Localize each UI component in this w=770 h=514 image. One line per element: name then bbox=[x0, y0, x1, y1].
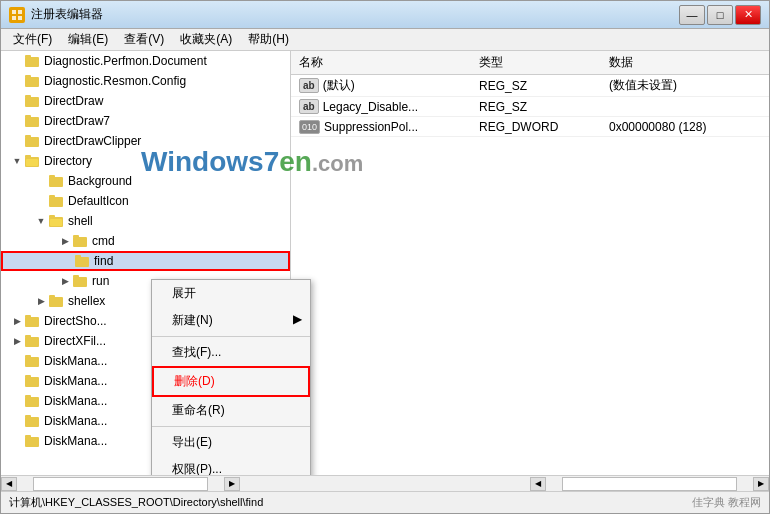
col-type: 类型 bbox=[471, 51, 601, 75]
folder-icon bbox=[73, 234, 89, 248]
svg-rect-15 bbox=[25, 155, 31, 158]
ctx-permissions[interactable]: 权限(P)... bbox=[152, 456, 310, 475]
svg-rect-28 bbox=[73, 277, 87, 287]
tree-node-directory[interactable]: ▼ Directory bbox=[1, 151, 290, 171]
ctx-expand[interactable]: 展开 bbox=[152, 280, 310, 307]
separator bbox=[152, 426, 310, 427]
maximize-button[interactable]: □ bbox=[707, 5, 733, 25]
svg-rect-43 bbox=[25, 415, 31, 418]
minimize-button[interactable]: — bbox=[679, 5, 705, 25]
node-label: DiskMana... bbox=[44, 354, 107, 368]
menu-item[interactable]: 文件(F) bbox=[5, 29, 60, 50]
expander-icon bbox=[33, 193, 49, 209]
node-label: Diagnostic.Resmon.Config bbox=[44, 74, 186, 88]
expander-icon bbox=[9, 353, 25, 369]
ctx-rename[interactable]: 重命名(R) bbox=[152, 397, 310, 424]
submenu-arrow: ▶ bbox=[293, 312, 302, 326]
menu-item[interactable]: 帮助(H) bbox=[240, 29, 297, 50]
node-label: DiskMana... bbox=[44, 414, 107, 428]
table-row: ab Legacy_Disable... REG_SZ bbox=[291, 97, 769, 117]
ab-icon: ab bbox=[299, 78, 319, 93]
menu-item[interactable]: 查看(V) bbox=[116, 29, 172, 50]
tree-node-defaulticon[interactable]: DefaultIcon bbox=[1, 191, 290, 211]
svg-rect-23 bbox=[50, 219, 62, 226]
ctx-find[interactable]: 查找(F)... bbox=[152, 339, 310, 366]
folder-open-icon bbox=[49, 214, 65, 228]
svg-rect-5 bbox=[25, 55, 31, 58]
registry-path: 计算机\HKEY_CLASSES_ROOT\Directory\shell\fi… bbox=[9, 495, 263, 510]
folder-open-icon bbox=[25, 154, 41, 168]
svg-rect-29 bbox=[73, 275, 79, 278]
tree-node-diagnostic-perfmon[interactable]: Diagnostic.Perfmon.Document bbox=[1, 51, 290, 71]
registry-values: 名称 类型 数据 ab (默认) REG_SZ bbox=[291, 51, 769, 475]
folder-icon bbox=[25, 414, 41, 428]
ctx-new[interactable]: 新建(N)▶ bbox=[152, 307, 310, 334]
table-row: ab (默认) REG_SZ (数值未设置) bbox=[291, 75, 769, 97]
svg-rect-41 bbox=[25, 395, 31, 398]
svg-rect-26 bbox=[75, 257, 89, 267]
scroll-left-arrow[interactable]: ◀ bbox=[1, 477, 17, 491]
reg-type: REG_SZ bbox=[471, 75, 601, 97]
col-name: 名称 bbox=[291, 51, 471, 75]
svg-rect-11 bbox=[25, 115, 31, 118]
tree-node-background[interactable]: Background bbox=[1, 171, 290, 191]
scroll-right-arrow-right[interactable]: ▶ bbox=[753, 477, 769, 491]
scroll-right-arrow[interactable]: ▶ bbox=[224, 477, 240, 491]
svg-rect-35 bbox=[25, 335, 31, 338]
svg-rect-42 bbox=[25, 417, 39, 427]
svg-rect-2 bbox=[12, 16, 16, 20]
expander-collapsed-icon: ▶ bbox=[9, 333, 25, 349]
svg-rect-12 bbox=[25, 137, 39, 147]
expander-icon bbox=[9, 73, 25, 89]
menu-item[interactable]: 收藏夹(A) bbox=[172, 29, 240, 50]
expander-icon bbox=[9, 393, 25, 409]
close-button[interactable]: ✕ bbox=[735, 5, 761, 25]
folder-icon bbox=[25, 434, 41, 448]
expander-icon bbox=[9, 433, 25, 449]
svg-rect-7 bbox=[25, 75, 31, 78]
reg-name: ab Legacy_Disable... bbox=[291, 97, 471, 117]
ctx-export[interactable]: 导出(E) bbox=[152, 429, 310, 456]
node-label: run bbox=[92, 274, 109, 288]
scroll-left-arrow-right[interactable]: ◀ bbox=[530, 477, 546, 491]
svg-rect-13 bbox=[25, 135, 31, 138]
node-label: Background bbox=[68, 174, 132, 188]
scroll-track-right[interactable] bbox=[562, 477, 737, 491]
node-label: cmd bbox=[92, 234, 115, 248]
folder-icon bbox=[25, 74, 41, 88]
menu-item[interactable]: 编辑(E) bbox=[60, 29, 116, 50]
tree-node-directdrawclipper[interactable]: DirectDrawClipper bbox=[1, 131, 290, 151]
node-label: Diagnostic.Perfmon.Document bbox=[44, 54, 207, 68]
node-label: shellex bbox=[68, 294, 105, 308]
svg-rect-22 bbox=[49, 215, 55, 218]
tree-node-directdraw7[interactable]: DirectDraw7 bbox=[1, 111, 290, 131]
expander-collapsed-icon: ▶ bbox=[33, 293, 49, 309]
expander-icon bbox=[9, 113, 25, 129]
tree-node-find[interactable]: find bbox=[1, 251, 290, 271]
horizontal-scrollbar[interactable]: ◀ ▶ ◀ ▶ bbox=[1, 475, 769, 491]
svg-rect-38 bbox=[25, 377, 39, 387]
svg-rect-20 bbox=[49, 195, 55, 198]
ctx-delete[interactable]: 删除(D) bbox=[152, 366, 310, 397]
svg-rect-0 bbox=[12, 10, 16, 14]
node-label: DiskMana... bbox=[44, 434, 107, 448]
tree-node-shell[interactable]: ▼ shell bbox=[1, 211, 290, 231]
folder-icon bbox=[49, 294, 65, 308]
svg-rect-19 bbox=[49, 197, 63, 207]
scroll-track[interactable] bbox=[33, 477, 208, 491]
svg-rect-33 bbox=[25, 315, 31, 318]
svg-rect-32 bbox=[25, 317, 39, 327]
svg-rect-34 bbox=[25, 337, 39, 347]
node-label: shell bbox=[68, 214, 93, 228]
svg-rect-40 bbox=[25, 397, 39, 407]
svg-rect-44 bbox=[25, 437, 39, 447]
folder-icon bbox=[25, 354, 41, 368]
folder-icon bbox=[25, 94, 41, 108]
expander-icon bbox=[9, 373, 25, 389]
tree-node-diagnostic-resmon[interactable]: Diagnostic.Resmon.Config bbox=[1, 71, 290, 91]
tree-node-cmd[interactable]: ▶ cmd bbox=[1, 231, 290, 251]
separator bbox=[152, 336, 310, 337]
svg-rect-3 bbox=[18, 16, 22, 20]
tree-node-directdraw[interactable]: DirectDraw bbox=[1, 91, 290, 111]
main-window: 注册表编辑器 — □ ✕ 文件(F)编辑(E)查看(V)收藏夹(A)帮助(H) … bbox=[0, 0, 770, 514]
